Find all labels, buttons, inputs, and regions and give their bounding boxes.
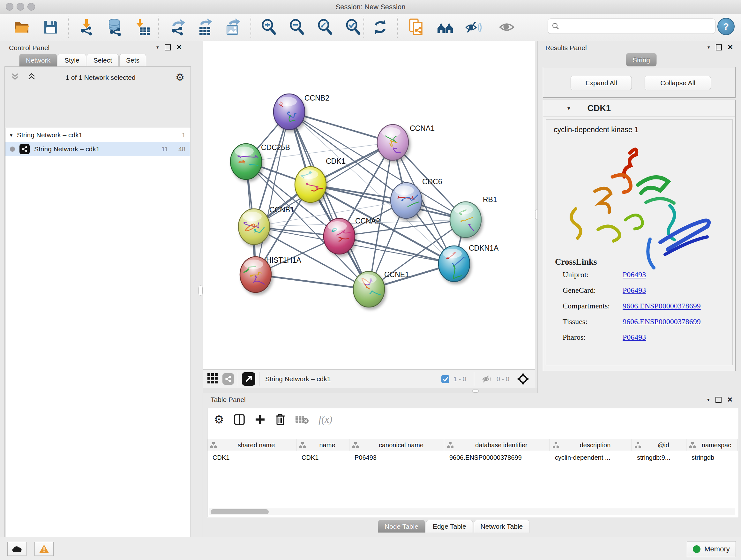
column-header-namespac[interactable]: namespac [686,439,738,451]
column-header-shared-name[interactable]: shared name [207,439,296,451]
network-collection-row[interactable]: ▾ String Network – cdk1 1 [5,128,190,142]
expand-all-button[interactable]: Expand All [570,76,632,90]
memory-button[interactable]: Memory [687,541,736,557]
tab-string[interactable]: String [626,53,657,66]
column-header-id[interactable]: @id [632,439,686,451]
cell-shared-name[interactable]: CDK1 [207,451,296,465]
string-home-icon[interactable] [437,18,454,36]
table-panel-float-icon[interactable] [716,397,722,403]
gene-section-caret[interactable]: ▾ [567,105,570,112]
node-CDK1[interactable]: CDK1 [295,157,345,202]
export-table-icon[interactable] [196,18,213,36]
cell-namespac[interactable]: stringdb [686,451,738,465]
crosslink-pharos[interactable]: P06493 [623,333,646,341]
control-panel-title: Control Panel [9,44,50,52]
apply-layout-refresh-icon[interactable] [372,18,389,36]
import-network-file-icon[interactable] [78,18,95,36]
save-session-icon[interactable] [42,18,59,36]
create-column-plus-icon[interactable] [255,414,266,425]
selected-checkbox-icon[interactable] [441,375,450,383]
eye-slash-icon[interactable] [465,18,482,36]
network-view-canvas[interactable]: CCNB2CCNA1CDC25BCDK1CDC6RB1CCNB1CCNA2CDK… [203,41,535,369]
show-columns-icon[interactable] [233,414,245,425]
results-panel-close-icon[interactable]: ✕ [728,44,733,51]
collapse-all-button[interactable]: Collapse All [645,76,711,90]
column-header-database-identifier[interactable]: database identifier [444,439,550,451]
collapse-all-chevrons-icon[interactable] [11,73,19,80]
zoom-out-icon[interactable] [288,18,306,36]
share-view-icon[interactable] [222,373,234,385]
tab-style[interactable]: Style [58,54,86,66]
edge-CCNB2-RB1[interactable] [289,112,466,220]
hidden-eye-slash-icon[interactable] [482,374,493,383]
table-horizontal-scrollbar[interactable] [209,508,735,515]
import-network-database-icon[interactable] [106,18,123,36]
help-button[interactable]: ? [718,18,735,35]
results-panel-float-icon[interactable] [716,44,722,51]
crosslink-uniprot[interactable]: P06493 [623,270,646,279]
results-panel-menu-icon[interactable]: ▾ [708,44,710,50]
collection-expand-caret[interactable]: ▾ [10,132,12,138]
column-header-description[interactable]: description [550,439,632,451]
clone-network-icon[interactable] [408,18,425,36]
cell-description[interactable]: cyclin-dependent ... [550,451,632,465]
table-panel-close-icon[interactable]: ✕ [727,396,733,403]
eye-icon[interactable] [498,18,515,36]
cell-canonical-name[interactable]: P06493 [349,451,444,465]
control-panel-float-icon[interactable] [165,44,171,51]
import-table-icon[interactable] [135,18,152,36]
cell-id[interactable]: stringdb:9... [632,451,686,465]
export-image-icon[interactable] [224,18,241,36]
splitter-handle[interactable] [472,389,479,393]
crosslink-tissues[interactable]: 9606.ENSP00000378699 [623,317,701,326]
open-session-icon[interactable] [13,18,30,36]
detach-view-icon[interactable] [242,372,255,386]
node-CCNE1[interactable]: CCNE1 [353,270,409,307]
cell-name[interactable]: CDK1 [296,451,349,465]
cell-database-identifier[interactable]: 9606.ENSP00000378699 [444,451,550,465]
zoom-fit-icon[interactable] [317,18,334,36]
table-row[interactable]: CDK1CDK1P064939606.ENSP00000378699cyclin… [207,451,738,465]
warning-status-button[interactable] [35,542,54,556]
node-CDKN1A[interactable]: CDKN1A [439,244,499,282]
tab-select[interactable]: Select [87,54,119,66]
left-splitter-handle[interactable] [199,286,203,296]
expand-all-chevrons-icon[interactable] [27,73,36,80]
node-CCNA1[interactable]: CCNA1 [377,124,434,160]
table-options-gear-icon[interactable]: ⚙ [214,413,224,426]
cloud-status-button[interactable] [7,542,26,556]
tab-network[interactable]: Network [19,54,57,66]
control-panel-close-icon[interactable]: ✕ [177,44,182,51]
node-HIST1H1A[interactable]: HIST1H1A [240,256,301,293]
navigator-crosshair-icon[interactable] [516,372,530,386]
export-network-icon[interactable] [169,18,186,36]
search-icon [552,22,559,30]
search-field[interactable] [548,18,716,34]
node-CCNB2[interactable]: CCNB2 [273,94,329,130]
edge-CCNB2-HIST1H1A[interactable] [256,112,289,274]
control-panel-menu-icon[interactable]: ▾ [156,44,159,50]
column-header-canonical-name[interactable]: canonical name [349,439,444,451]
function-builder-icon[interactable]: f(x) [319,414,332,425]
string-network-graph[interactable]: CCNB2CCNA1CDC25BCDK1CDC6RB1CCNB1CCNA2CDK… [203,41,535,369]
search-input[interactable] [562,22,711,30]
edge-CDK1-RB1[interactable] [311,185,466,220]
table-panel-menu-icon[interactable]: ▾ [707,397,710,402]
crosslink-genecard[interactable]: P06493 [623,286,646,295]
birds-eye-grid-icon[interactable] [207,373,218,385]
zoom-in-icon[interactable] [260,18,278,36]
network-row-selected[interactable]: String Network – cdk1 11 48 [5,142,190,156]
delete-column-trash-icon[interactable] [275,414,285,426]
crosslink-compartments[interactable]: 9606.ENSP00000378699 [623,302,701,310]
network-panel-gear-icon[interactable]: ⚙ [176,71,185,83]
tab-node-table[interactable]: Node Table [378,520,425,533]
tab-network-table[interactable]: Network Table [474,520,530,533]
delete-table-icon[interactable] [295,415,309,425]
tab-edge-table[interactable]: Edge Table [426,520,473,533]
tab-sets[interactable]: Sets [119,54,146,66]
edge-HIST1H1A-CCNE1[interactable] [256,274,369,289]
zoom-selected-icon[interactable] [345,18,362,36]
node-RB1[interactable]: RB1 [450,195,497,238]
scrollbar-thumb[interactable] [211,509,269,514]
column-header-name[interactable]: name [296,439,349,451]
